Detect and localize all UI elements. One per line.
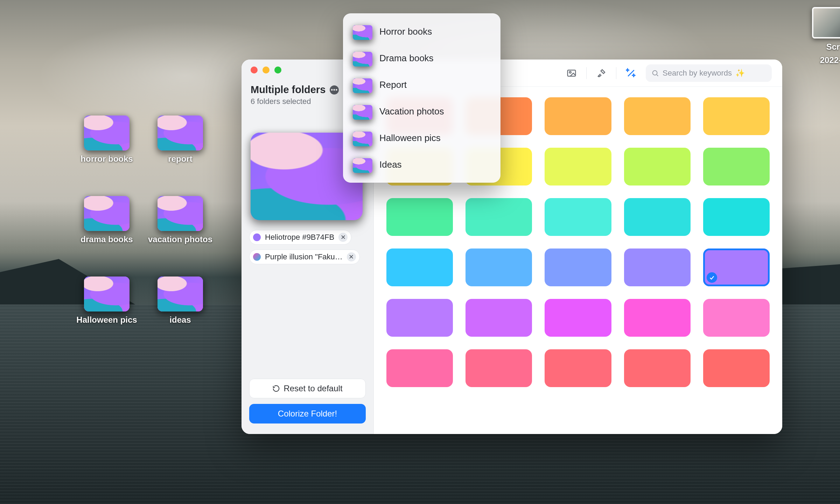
- color-swatch[interactable]: [545, 97, 611, 135]
- color-swatch[interactable]: [545, 299, 611, 337]
- app-window: Multiple folders ••• 6 folders selected …: [241, 59, 782, 434]
- popover-folder-item[interactable]: Halloween pics: [346, 125, 497, 151]
- desktop-folder-label: report: [168, 154, 192, 164]
- desktop-folder-item[interactable]: Halloween pics: [70, 276, 144, 357]
- colorize-button[interactable]: Colorize Folder!: [249, 404, 366, 424]
- color-swatch[interactable]: [703, 97, 770, 135]
- magic-button[interactable]: [624, 66, 638, 80]
- image-mode-button[interactable]: [565, 66, 579, 80]
- popover-folder-item[interactable]: Ideas: [346, 151, 497, 178]
- color-swatch[interactable]: [624, 148, 691, 186]
- color-swatch[interactable]: [624, 97, 691, 135]
- reset-button[interactable]: Reset to default: [249, 379, 366, 398]
- colorize-button-label: Colorize Folder!: [278, 409, 337, 419]
- color-swatch[interactable]: [386, 349, 453, 387]
- folder-icon: [353, 105, 372, 120]
- window-minimize-button[interactable]: [262, 66, 270, 74]
- toolbar-separator: [586, 67, 587, 79]
- desktop-folder-item[interactable]: drama books: [70, 196, 144, 276]
- color-swatch[interactable]: [624, 349, 691, 387]
- folder-icon: [158, 276, 203, 312]
- color-swatch[interactable]: [545, 349, 611, 387]
- more-icon[interactable]: •••: [330, 85, 339, 94]
- desktop-folder-label: vacation photos: [148, 234, 212, 244]
- color-swatch[interactable]: [624, 198, 691, 236]
- color-swatch[interactable]: [545, 248, 611, 286]
- magic-wand-icon: [626, 68, 636, 78]
- chip-remove-button[interactable]: ✕: [347, 252, 356, 261]
- desktop-folder-item[interactable]: horror books: [70, 115, 144, 196]
- folder-icon: [158, 115, 203, 150]
- color-swatch[interactable]: [465, 248, 532, 286]
- sparkle-icon: ✨: [735, 69, 745, 78]
- desktop-folder-label: drama books: [80, 234, 133, 244]
- style-chip: Purple illusion "Faku… ✕: [249, 250, 360, 264]
- search-placeholder: Search by keywords: [663, 69, 732, 78]
- color-swatch[interactable]: [703, 248, 770, 286]
- popover-folder-item[interactable]: Report: [346, 71, 497, 98]
- chip-label: Heliotrope #9B74FB: [265, 233, 334, 242]
- screenshot-thumbnail-icon: [812, 7, 840, 38]
- desktop-icons-area: horror books report drama books vacation…: [70, 115, 217, 357]
- desktop-wallpaper: horror books report drama books vacation…: [0, 0, 840, 504]
- color-swatch[interactable]: [545, 198, 611, 236]
- popover-folder-label: Ideas: [379, 159, 402, 170]
- eyedropper-icon: [596, 68, 607, 78]
- color-swatch[interactable]: [703, 299, 770, 337]
- applied-styles-list: Heliotrope #9B74FB ✕ Purple illusion "Fa…: [249, 230, 366, 264]
- reset-icon: [272, 385, 280, 392]
- color-swatch[interactable]: [465, 299, 532, 337]
- color-swatch[interactable]: [465, 198, 532, 236]
- desktop-folder-label: horror books: [80, 154, 133, 164]
- desktop-folder-item[interactable]: ideas: [144, 276, 217, 357]
- color-swatch[interactable]: [624, 299, 691, 337]
- image-icon: [566, 68, 577, 78]
- desktop-item-label: 2022-0: [820, 55, 840, 65]
- style-chip: Heliotrope #9B74FB ✕: [249, 230, 351, 245]
- popover-folder-label: Horror books: [379, 26, 432, 37]
- popover-folder-label: Drama books: [379, 53, 434, 64]
- window-close-button[interactable]: [251, 66, 258, 74]
- selected-check-icon: [707, 272, 717, 283]
- color-swatch[interactable]: [386, 248, 453, 286]
- folder-icon: [84, 276, 130, 312]
- svg-point-1: [569, 71, 571, 73]
- popover-folder-label: Halloween pics: [379, 133, 441, 144]
- color-swatch[interactable]: [624, 248, 691, 286]
- folder-icon: [84, 115, 130, 150]
- chip-label: Purple illusion "Faku…: [265, 252, 343, 261]
- color-swatch[interactable]: [386, 198, 453, 236]
- color-swatch[interactable]: [386, 299, 453, 337]
- desktop-folder-item[interactable]: report: [144, 115, 217, 196]
- color-swatch[interactable]: [545, 148, 611, 186]
- color-dot-icon: [253, 253, 261, 261]
- sidebar-actions: Reset to default Colorize Folder!: [241, 379, 373, 434]
- sidebar-title: Multiple folders: [251, 84, 326, 96]
- desktop-folder-label: ideas: [169, 315, 191, 325]
- popover-folder-label: Report: [379, 79, 407, 90]
- color-swatch[interactable]: [465, 349, 532, 387]
- popover-folder-item[interactable]: Vacation photos: [346, 98, 497, 125]
- svg-point-2: [653, 70, 657, 75]
- desktop-item-label: Scr: [826, 42, 840, 52]
- color-swatch[interactable]: [703, 198, 770, 236]
- folder-icon: [353, 52, 372, 66]
- chip-remove-button[interactable]: ✕: [338, 233, 348, 242]
- desktop-folder-label: Halloween pics: [76, 315, 137, 325]
- selected-folders-popover: Horror books Drama books Report Vacation…: [343, 13, 500, 183]
- folder-icon: [353, 132, 372, 146]
- color-swatch[interactable]: [703, 148, 770, 186]
- search-icon: [651, 69, 659, 77]
- desktop-screenshot-item[interactable]: Scr 2022-0: [812, 7, 840, 65]
- search-input[interactable]: Search by keywords ✨: [646, 64, 772, 82]
- popover-folder-item[interactable]: Horror books: [346, 18, 497, 45]
- toolbar-separator: [616, 67, 616, 79]
- folder-icon: [84, 196, 130, 231]
- eyedropper-button[interactable]: [594, 66, 608, 80]
- folder-icon: [353, 158, 372, 173]
- folder-icon: [353, 78, 372, 93]
- desktop-folder-item[interactable]: vacation photos: [144, 196, 217, 276]
- window-maximize-button[interactable]: [274, 66, 281, 74]
- popover-folder-item[interactable]: Drama books: [346, 45, 497, 71]
- color-swatch[interactable]: [703, 349, 770, 387]
